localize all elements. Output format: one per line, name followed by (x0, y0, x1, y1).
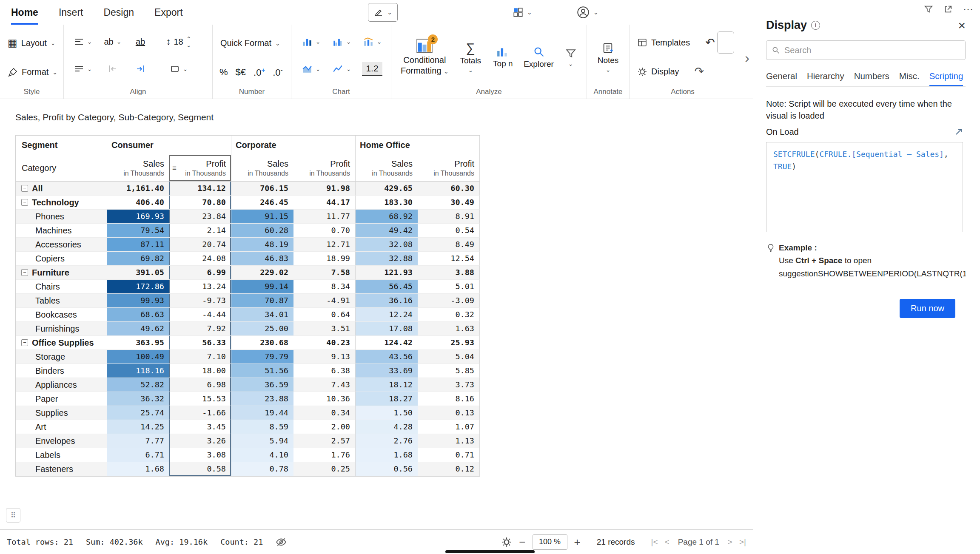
pivot-cell[interactable]: 87.11 (107, 238, 169, 252)
pivot-cell[interactable]: 2.57 (293, 434, 356, 448)
pivot-cell[interactable]: -4.91 (293, 294, 356, 308)
pivot-cell[interactable]: 169.93 (107, 210, 169, 224)
pivot-cell[interactable]: 18.12 (356, 378, 418, 392)
pivot-measure-header-profit[interactable]: Profitin Thousands (418, 155, 480, 182)
pivot-cell[interactable]: 52.82 (107, 378, 169, 392)
run-now-button[interactable]: Run now (900, 299, 955, 318)
redo-icon[interactable]: ↷ (695, 66, 704, 77)
panel-tab-misc[interactable]: Misc. (899, 71, 920, 86)
pivot-cell[interactable]: -3.09 (418, 294, 480, 308)
collapse-icon[interactable]: − (21, 269, 28, 276)
clipped-button[interactable] (717, 31, 734, 54)
pivot-row-label[interactable]: Furnishings (16, 322, 107, 336)
pivot-row-label[interactable]: −All (16, 182, 107, 196)
horizontal-align-button[interactable]: ⌄ (74, 37, 92, 47)
collapse-icon[interactable]: − (21, 339, 28, 346)
pivot-cell[interactable]: 32.08 (356, 238, 418, 252)
pivot-cell[interactable]: 23.88 (231, 392, 293, 406)
pivot-cell[interactable]: 7.92 (169, 322, 231, 336)
pivot-cell[interactable]: 10.36 (293, 392, 356, 406)
abbreviate-button[interactable]: ab (136, 37, 145, 47)
pivot-cell[interactable]: 121.93 (356, 266, 418, 280)
pivot-cell[interactable]: 0.13 (418, 406, 480, 420)
pivot-cell[interactable]: 8.49 (418, 238, 480, 252)
font-size-stepper[interactable]: ↕ 18 ⌄ ⌄ (166, 36, 191, 48)
pivot-row-label[interactable]: −Furniture (16, 266, 107, 280)
pivot-cell[interactable]: 6.38 (293, 364, 356, 378)
pivot-cell[interactable]: 8.91 (418, 210, 480, 224)
pivot-cell[interactable]: 1.63 (418, 322, 480, 336)
pivot-cell[interactable]: 4.10 (231, 448, 293, 462)
account-button[interactable]: ⌄ (576, 3, 598, 22)
pivot-cell[interactable]: 30.49 (418, 196, 480, 210)
pivot-row-label[interactable]: Binders (16, 364, 107, 378)
text-case-button[interactable]: ab ⌄ (104, 37, 122, 47)
pivot-row-label[interactable]: Chairs (16, 280, 107, 294)
pivot-cell[interactable]: 7.43 (293, 378, 356, 392)
pivot-cell[interactable]: 68.92 (356, 210, 418, 224)
pivot-row-label[interactable]: Paper (16, 392, 107, 406)
pivot-cell[interactable]: 3.26 (169, 434, 231, 448)
pivot-cell[interactable]: 36.59 (231, 378, 293, 392)
expand-panel-chevron[interactable]: › (745, 50, 749, 66)
bar-chart-button[interactable]: ⌄ (302, 36, 321, 47)
pivot-cell[interactable]: 1,161.40 (107, 182, 169, 196)
pivot-segment-header[interactable]: Corporate (231, 136, 356, 155)
pivot-row-label[interactable]: Tables (16, 294, 107, 308)
pivot-cell[interactable]: 99.14 (231, 280, 293, 294)
pivot-cell[interactable]: 1.07 (418, 420, 480, 434)
pivot-cell[interactable]: 17.08 (356, 322, 418, 336)
pivot-cell[interactable]: 100.49 (107, 350, 169, 364)
pivot-row-label[interactable]: Supplies (16, 406, 107, 420)
pivot-cell[interactable]: 2.76 (356, 434, 418, 448)
pivot-cell[interactable]: 0.70 (293, 224, 356, 238)
settings-gear-icon[interactable] (501, 537, 512, 548)
pivot-cell[interactable]: 0.34 (293, 406, 356, 420)
pivot-cell[interactable]: 9.13 (293, 350, 356, 364)
pivot-cell[interactable]: 124.42 (356, 336, 418, 350)
pivot-cell[interactable]: 8.34 (293, 280, 356, 294)
filter-button[interactable]: ⌄ (559, 48, 582, 67)
panel-filter-icon[interactable] (924, 5, 933, 14)
pivot-cell[interactable]: 3.45 (169, 420, 231, 434)
pivot-cell[interactable]: 8.59 (231, 420, 293, 434)
indent-increase-button[interactable] (135, 64, 145, 74)
pivot-row-label[interactable]: Fasteners (16, 462, 107, 476)
pivot-cell[interactable]: 49.42 (356, 224, 418, 238)
panel-tab-hierarchy[interactable]: Hierarchy (807, 71, 844, 86)
templates-button[interactable]: Templates (634, 35, 693, 50)
pivot-cell[interactable]: 25.74 (107, 406, 169, 420)
pivot-row-label[interactable]: Bookcases (16, 308, 107, 322)
pivot-cell[interactable]: 48.19 (231, 238, 293, 252)
pivot-cell[interactable]: 44.17 (293, 196, 356, 210)
pivot-cell[interactable]: 429.65 (356, 182, 418, 196)
pivot-cell[interactable]: 1.76 (293, 448, 356, 462)
pivot-cell[interactable]: 8.16 (418, 392, 480, 406)
expand-editor-icon[interactable] (954, 128, 963, 136)
pivot-cell[interactable]: 7.10 (169, 350, 231, 364)
pivot-cell[interactable]: 0.54 (418, 224, 480, 238)
conditional-formatting-button[interactable]: 2 Conditional Formatting ⌄ (396, 39, 454, 76)
pivot-row-label[interactable]: Envelopes (16, 434, 107, 448)
pivot-cell[interactable]: 246.45 (231, 196, 293, 210)
zoom-in-button[interactable]: + (574, 537, 581, 548)
wrap-text-button[interactable]: ⌄ (170, 64, 188, 74)
pivot-cell[interactable]: 23.84 (169, 210, 231, 224)
pivot-cell[interactable]: 70.87 (231, 294, 293, 308)
pivot-cell[interactable]: 56.45 (356, 280, 418, 294)
pivot-cell[interactable]: 391.05 (107, 266, 169, 280)
pivot-cell[interactable]: 46.83 (231, 252, 293, 266)
pivot-cell[interactable]: 1.13 (418, 434, 480, 448)
pivot-cell[interactable]: 6.71 (107, 448, 169, 462)
ribbon-tab-design[interactable]: Design (103, 0, 134, 25)
pivot-cell[interactable]: 0.12 (418, 462, 480, 476)
pivot-cell[interactable]: 0.25 (293, 462, 356, 476)
pivot-row-label[interactable]: −Technology (16, 196, 107, 210)
collapse-icon[interactable]: − (21, 185, 28, 192)
pivot-cell[interactable]: 3.73 (418, 378, 480, 392)
ribbon-tab-home[interactable]: Home (11, 0, 38, 25)
pivot-cell[interactable]: 60.30 (418, 182, 480, 196)
pivot-cell[interactable]: 183.30 (356, 196, 418, 210)
panel-popout-icon[interactable] (943, 5, 953, 14)
eye-off-icon[interactable] (276, 537, 287, 548)
